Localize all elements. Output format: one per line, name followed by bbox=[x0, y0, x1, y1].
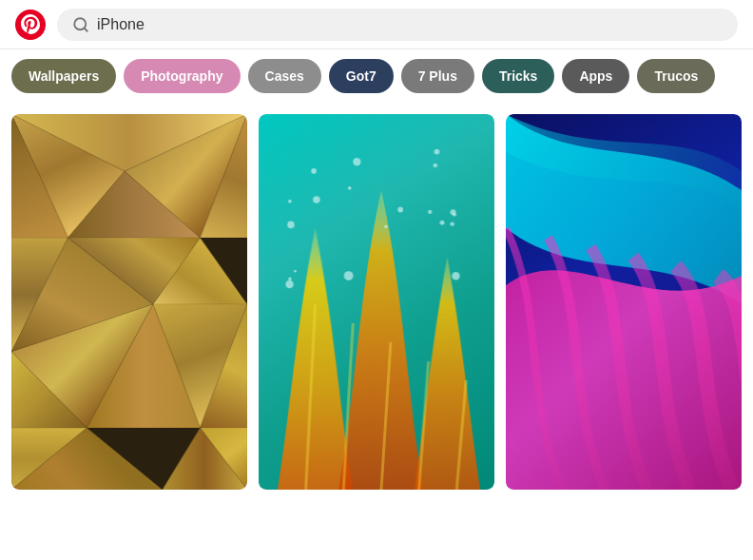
tag-7plus[interactable]: 7 Plus bbox=[401, 59, 474, 93]
search-bar bbox=[57, 9, 738, 41]
image-wave-abstract bbox=[506, 114, 742, 490]
search-input[interactable] bbox=[97, 16, 723, 33]
tags-row: Wallpapers Photography Cases Got7 7 Plus… bbox=[0, 49, 753, 103]
image-card-2[interactable] bbox=[259, 114, 494, 490]
tag-got7[interactable]: Got7 bbox=[329, 59, 394, 93]
image-gold-polygon bbox=[11, 114, 247, 490]
svg-line-2 bbox=[84, 28, 87, 30]
image-card-3[interactable] bbox=[506, 114, 742, 490]
image-grid bbox=[0, 103, 753, 501]
image-fluid-paint bbox=[259, 114, 494, 490]
tag-cases[interactable]: Cases bbox=[248, 59, 321, 93]
pinterest-logo[interactable] bbox=[15, 10, 46, 40]
tag-tricks[interactable]: Tricks bbox=[482, 59, 554, 93]
tag-trucos[interactable]: Trucos bbox=[637, 59, 715, 93]
image-card-1[interactable] bbox=[11, 114, 247, 490]
tag-photography[interactable]: Photography bbox=[124, 59, 240, 93]
header bbox=[0, 0, 753, 49]
tag-wallpapers[interactable]: Wallpapers bbox=[11, 59, 116, 93]
search-icon bbox=[72, 16, 89, 33]
tag-apps[interactable]: Apps bbox=[562, 59, 629, 93]
